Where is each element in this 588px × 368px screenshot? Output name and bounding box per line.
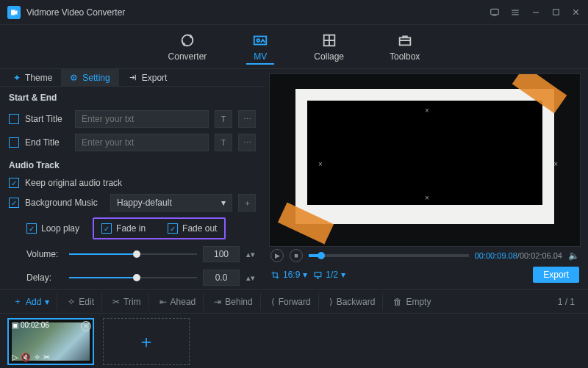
keep-original-checkbox[interactable]: ✓ xyxy=(9,178,19,188)
skip-back-icon: ⇤ xyxy=(159,297,167,307)
nav-collage[interactable]: Collage xyxy=(308,29,350,65)
aspect-value: 16:9 xyxy=(283,270,300,280)
monitor-icon xyxy=(313,270,323,280)
edit-button[interactable]: ✧Edit xyxy=(60,293,102,311)
volume-value[interactable]: 100 xyxy=(203,246,240,262)
nav-toolbox-label: Toolbox xyxy=(390,51,420,62)
scissors-icon: ✂ xyxy=(112,297,120,307)
stop-button[interactable]: ■ xyxy=(290,249,303,262)
preview-image xyxy=(340,123,510,176)
behind-button[interactable]: ⇥Behind xyxy=(207,293,260,311)
chevron-down-icon: ▾ xyxy=(45,297,49,307)
delay-value[interactable]: 0.0 xyxy=(203,270,240,286)
arrow-left-icon: ⟨ xyxy=(271,297,275,307)
tab-theme-label: Theme xyxy=(25,73,52,83)
preview-canvas[interactable]: × × × × xyxy=(269,73,581,247)
ahead-label: Ahead xyxy=(171,297,196,307)
trim-label: Trim xyxy=(123,297,141,307)
ahead-button[interactable]: ⇤Ahead xyxy=(152,293,204,311)
clip-item[interactable]: ▣00:02:06 ✕ ▷ 🔇 ✧ ✂ xyxy=(7,318,94,365)
play-icon[interactable]: ▷ xyxy=(12,353,18,362)
delay-stepper[interactable]: ▴▾ xyxy=(245,269,256,286)
minimize-icon[interactable] xyxy=(531,7,541,18)
start-title-input[interactable] xyxy=(75,110,209,128)
end-title-font-button[interactable]: T xyxy=(215,134,232,151)
volume-stepper[interactable]: ▴▾ xyxy=(245,245,256,263)
nav-toolbox[interactable]: Toolbox xyxy=(384,29,426,65)
wand-icon[interactable]: ✧ xyxy=(34,353,40,362)
bg-music-label: Background Music xyxy=(25,198,104,208)
play-button[interactable]: ▶ xyxy=(270,249,284,262)
tab-export-label: Export xyxy=(142,73,168,83)
bg-music-add-button[interactable]: ＋ xyxy=(238,194,256,212)
converter-icon xyxy=(179,32,196,48)
end-title-label: End Title xyxy=(25,137,69,148)
tab-setting-label: Setting xyxy=(82,73,110,83)
handle-icon[interactable]: × xyxy=(318,160,323,168)
keep-original-label: Keep original audio track xyxy=(25,178,122,188)
toolbox-icon xyxy=(397,32,413,48)
end-title-input[interactable] xyxy=(75,134,209,151)
fade-in-checkbox[interactable]: ✓ xyxy=(101,223,112,234)
start-title-more-button[interactable]: ⋯ xyxy=(238,110,256,128)
svg-point-4 xyxy=(257,39,260,42)
start-title-checkbox[interactable]: ✓ xyxy=(9,114,19,124)
scale-select[interactable]: 1/2 ▾ xyxy=(313,270,345,280)
tab-export[interactable]: Export xyxy=(119,69,176,86)
add-label: Add xyxy=(26,297,41,307)
bg-music-value: Happy-default xyxy=(117,198,172,208)
start-end-heading: Start & End xyxy=(0,87,265,107)
backward-button[interactable]: ⟩Backward xyxy=(322,293,384,311)
crop-icon xyxy=(270,270,280,280)
volume-label: Volume: xyxy=(26,249,63,259)
clip-remove-button[interactable]: ✕ xyxy=(81,321,91,331)
trash-icon: 🗑 xyxy=(393,297,402,307)
volume-icon[interactable]: 🔈 xyxy=(568,250,579,261)
forward-label: Forward xyxy=(279,297,311,307)
close-icon[interactable] xyxy=(571,7,581,18)
nav-converter[interactable]: Converter xyxy=(162,29,213,65)
menu-icon[interactable] xyxy=(510,7,520,18)
delay-label: Delay: xyxy=(26,273,63,283)
svg-rect-0 xyxy=(491,9,499,15)
fade-out-checkbox[interactable]: ✓ xyxy=(168,223,178,234)
loop-label: Loop play xyxy=(41,223,79,234)
aspect-select[interactable]: 16:9 ▾ xyxy=(270,270,307,280)
add-clip-button[interactable]: ＋ xyxy=(103,318,190,365)
add-button[interactable]: ＋Add▾ xyxy=(6,293,57,311)
tab-theme[interactable]: ✦ Theme xyxy=(4,69,61,86)
empty-button[interactable]: 🗑Empty xyxy=(386,293,438,311)
edit-label: Edit xyxy=(79,297,94,307)
handle-icon[interactable]: × xyxy=(425,194,429,202)
start-title-font-button[interactable]: T xyxy=(215,110,232,128)
feedback-icon[interactable] xyxy=(490,7,500,18)
page-counter: 1 / 1 xyxy=(558,297,582,307)
mute-icon[interactable]: 🔇 xyxy=(21,353,31,362)
export-button[interactable]: Export xyxy=(533,267,579,283)
behind-label: Behind xyxy=(225,297,252,307)
end-title-checkbox[interactable]: ✓ xyxy=(9,137,19,148)
fade-group: ✓ Fade in ✓ Fade out xyxy=(93,217,226,239)
forward-button[interactable]: ⟨Forward xyxy=(264,293,319,311)
clip-duration: ▣00:02:06 xyxy=(12,321,49,329)
handle-icon[interactable]: × xyxy=(553,160,558,168)
nav-converter-label: Converter xyxy=(168,51,207,62)
theme-icon: ✦ xyxy=(13,73,21,83)
handle-icon[interactable]: × xyxy=(425,107,429,115)
maximize-icon[interactable] xyxy=(551,7,561,18)
nav-mv[interactable]: MV xyxy=(246,29,274,65)
scissors-icon[interactable]: ✂ xyxy=(43,353,50,362)
volume-slider[interactable] xyxy=(69,249,197,259)
bg-music-select[interactable]: Happy-default ▾ xyxy=(110,194,232,212)
trim-button[interactable]: ✂Trim xyxy=(105,293,149,311)
delay-slider[interactable] xyxy=(69,273,197,283)
bg-music-checkbox[interactable]: ✓ xyxy=(9,198,19,208)
empty-label: Empty xyxy=(406,297,431,307)
arrow-right-icon: ⟩ xyxy=(329,297,333,307)
mv-icon xyxy=(252,32,268,48)
loop-checkbox[interactable]: ✓ xyxy=(26,223,37,234)
playback-progress[interactable] xyxy=(309,254,469,257)
tab-setting[interactable]: ⚙ Setting xyxy=(61,69,118,86)
scale-value: 1/2 xyxy=(326,270,338,280)
end-title-more-button[interactable]: ⋯ xyxy=(238,134,256,151)
